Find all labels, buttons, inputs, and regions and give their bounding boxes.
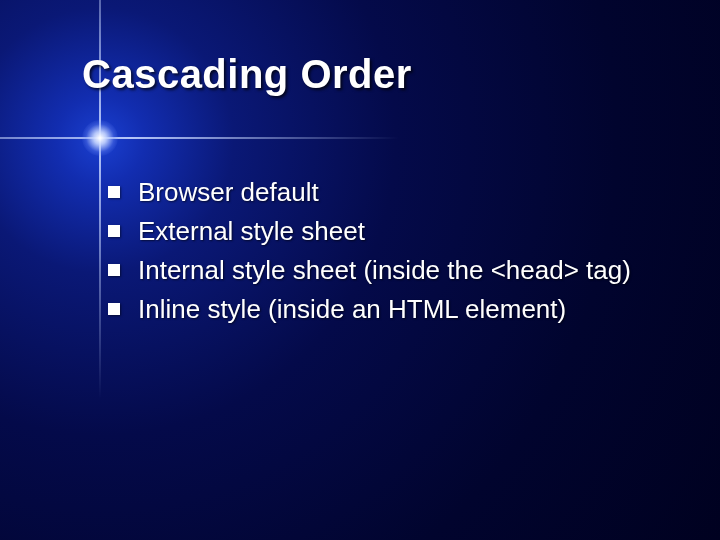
list-item-text: Inline style (inside an HTML element)	[138, 294, 566, 324]
list-item: Inline style (inside an HTML element)	[108, 291, 660, 328]
list-item: Internal style sheet (inside the <head> …	[108, 252, 660, 289]
square-bullet-icon	[108, 303, 120, 315]
square-bullet-icon	[108, 186, 120, 198]
slide-body: Browser default External style sheet Int…	[108, 174, 660, 330]
list-item-text: External style sheet	[138, 216, 365, 246]
list-item: Browser default	[108, 174, 660, 211]
list-item: External style sheet	[108, 213, 660, 250]
slide: Cascading Order Browser default External…	[0, 0, 720, 540]
bullet-list: Browser default External style sheet Int…	[108, 174, 660, 328]
square-bullet-icon	[108, 264, 120, 276]
lens-flare-core	[82, 120, 118, 156]
square-bullet-icon	[108, 225, 120, 237]
list-item-text: Browser default	[138, 177, 319, 207]
list-item-text: Internal style sheet (inside the <head> …	[138, 255, 631, 285]
slide-title: Cascading Order	[82, 52, 412, 97]
